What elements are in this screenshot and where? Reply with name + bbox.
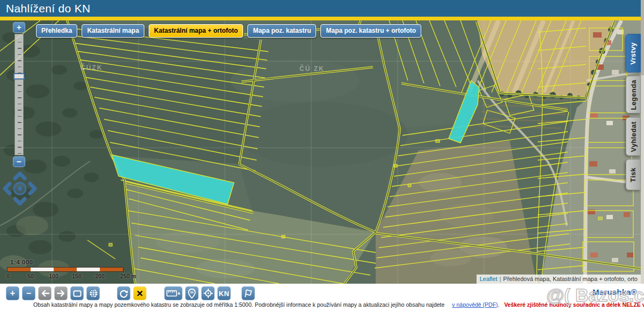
side-tab-vyhledat[interactable]: Vyhledat — [626, 117, 641, 156]
scale-tick: 100 — [49, 273, 58, 279]
zoom-slider[interactable] — [14, 34, 24, 155]
close-button[interactable]: ✕ — [133, 286, 147, 300]
arrow-right-icon — [57, 290, 65, 297]
side-tab-vrstvy[interactable]: Vrstvy — [626, 34, 641, 73]
map-layer-tabs: Přehledka Katastrální mapa Katastrální m… — [36, 24, 421, 38]
pan-right-icon[interactable] — [30, 184, 35, 193]
flag-icon — [244, 289, 253, 298]
aerial-cadastral-map: ČÚZK ČÚ ZK — [0, 20, 644, 284]
ruler-icon — [166, 289, 180, 298]
pan-left-icon[interactable] — [5, 184, 10, 193]
map-scale: 1:4 000 0 50 100 150 200 250 m — [7, 259, 157, 280]
zoom-out-button[interactable]: − — [13, 156, 25, 167]
zoom-slider-handle[interactable] — [13, 73, 25, 80]
app-header: Nahlížení do KN — [0, 0, 641, 17]
scale-tick: 250 m — [120, 273, 136, 279]
flag-button[interactable] — [241, 286, 255, 300]
leaflet-link[interactable]: Leaflet — [480, 276, 497, 282]
cuzk-watermark-left: ČÚZK — [80, 63, 103, 71]
crosshair-icon — [203, 289, 213, 298]
map-viewport[interactable]: ČÚZK ČÚ ZK Přehledka Katastrální mapa Ka… — [0, 20, 644, 284]
tab-prehledka[interactable]: Přehledka — [36, 24, 77, 38]
help-pdf-link[interactable]: v nápovědě (PDF) — [452, 301, 497, 308]
side-tab-legenda[interactable]: Legenda — [626, 76, 641, 113]
pan-control — [2, 171, 38, 206]
page-scrollbar[interactable] — [641, 0, 644, 284]
globe-icon — [89, 289, 98, 298]
pan-down-icon[interactable] — [15, 199, 25, 204]
status-bar: Obsah katastrální mapy a mapy pozemkovéh… — [33, 301, 644, 308]
rectangle-select-button[interactable] — [70, 286, 84, 300]
cuzk-watermark-right: ČÚ ZK — [299, 64, 325, 73]
side-tab-tisk[interactable]: Tisk — [626, 159, 641, 190]
tab-katastralni-mapa-ortofoto[interactable]: Katastrální mapa + ortofoto — [149, 24, 243, 38]
attribution-layers: Přehledová mapa, Katastrální mapa + orto… — [503, 276, 638, 282]
forward-button[interactable] — [54, 286, 68, 300]
back-button[interactable] — [38, 286, 52, 300]
rectangle-select-icon — [73, 290, 82, 297]
kn-button[interactable]: KN — [217, 286, 231, 300]
map-toolbar: + − ✕ — [6, 286, 255, 300]
gps-marker-button[interactable] — [185, 286, 199, 300]
page-title: Nahlížení do KN — [6, 2, 90, 15]
zoom-in-button[interactable]: + — [13, 22, 25, 33]
crosshair-button[interactable] — [201, 286, 215, 300]
toolbar-zoom-in-button[interactable]: + — [6, 286, 19, 300]
scale-tick: 0 — [6, 273, 10, 279]
tab-katastralni-mapa[interactable]: Katastrální mapa — [82, 24, 144, 38]
tab-mapa-poz-katastru[interactable]: Mapa poz. katastru — [247, 24, 316, 38]
zoom-slider-ticks — [18, 37, 21, 154]
arrow-left-icon — [41, 290, 49, 297]
pan-up-icon[interactable] — [15, 174, 25, 178]
warning-text: Veškeré zjištěné hodnoty souřadnic a dél… — [504, 301, 644, 308]
tab-mapa-poz-katastru-ortofoto[interactable]: Mapa poz. katastru + ortofoto — [320, 24, 421, 38]
side-panel-tabs: Vrstvy Legenda Vyhledat Tisk — [626, 20, 641, 284]
scale-tick: 150 — [72, 273, 82, 279]
accent-strip — [0, 17, 641, 20]
scale-tick: 50 — [27, 273, 34, 279]
globe-button[interactable] — [86, 286, 100, 300]
measure-button[interactable] — [164, 286, 182, 300]
scrollbar-thumb[interactable] — [641, 0, 644, 75]
refresh-button[interactable] — [117, 286, 130, 300]
marushka-logo: Marushka® — [592, 287, 637, 297]
refresh-icon — [119, 289, 128, 298]
scale-ratio: 1:4 000 — [10, 259, 157, 265]
zoom-control: + − — [13, 22, 26, 167]
bottom-bar: + − ✕ — [0, 284, 644, 310]
map-pin-icon — [188, 289, 196, 299]
status-info-text: Obsah katastrální mapy a mapy pozemkovéh… — [33, 301, 444, 308]
scale-bar — [7, 267, 123, 272]
map-attribution: Leaflet|Přehledová mapa, Katastrální map… — [477, 275, 641, 284]
toolbar-zoom-out-button[interactable]: − — [22, 286, 35, 300]
scale-tick: 200 — [95, 273, 105, 279]
